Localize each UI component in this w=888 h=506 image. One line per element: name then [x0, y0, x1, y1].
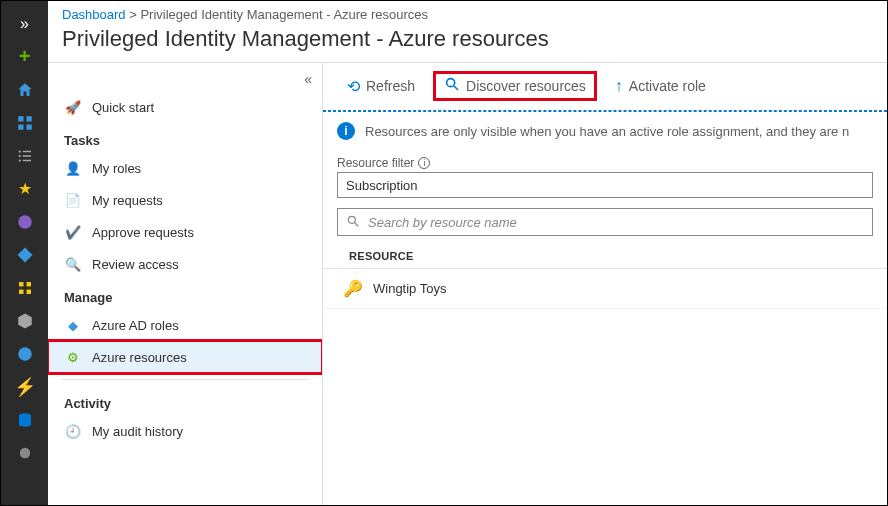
sidebar-item-azure-ad-roles[interactable]: ◆ Azure AD roles — [48, 309, 322, 341]
svg-rect-1 — [26, 116, 31, 121]
button-label: Activate role — [629, 78, 706, 94]
rail-favorites[interactable]: ★ — [1, 172, 48, 205]
toolbar: ⟲ Refresh Discover resources ↑ Activate … — [323, 63, 887, 110]
sidebar-item-label: My audit history — [92, 424, 183, 439]
sidebar-item-label: Approve requests — [92, 225, 194, 240]
button-label: Discover resources — [466, 78, 586, 94]
refresh-icon: ⟲ — [347, 77, 360, 96]
sidebar-section-tasks: Tasks — [48, 123, 322, 152]
svg-rect-9 — [22, 159, 30, 161]
diamond-icon: ◆ — [64, 318, 82, 333]
sidebar-item-azure-resources[interactable]: ⚙ Azure resources — [48, 341, 322, 373]
sidebar-item-review-access[interactable]: 🔍 Review access — [48, 248, 322, 280]
sidebar-item-approve-requests[interactable]: ✔️ Approve requests — [48, 216, 322, 248]
svg-point-15 — [18, 347, 32, 361]
rail-app3[interactable] — [1, 271, 48, 304]
svg-point-18 — [447, 79, 455, 87]
resource-name: Wingtip Toys — [373, 281, 446, 296]
svg-rect-12 — [26, 282, 31, 287]
svg-rect-0 — [18, 116, 23, 121]
svg-point-17 — [19, 447, 30, 458]
resource-row[interactable]: 🔑 Wingtip Toys — [323, 269, 887, 309]
breadcrumb-root-link[interactable]: Dashboard — [62, 7, 126, 22]
history-icon: 🕘 — [64, 424, 82, 439]
rail-dashboard[interactable] — [1, 106, 48, 139]
sidebar-item-label: Review access — [92, 257, 179, 272]
button-label: Refresh — [366, 78, 415, 94]
web-icon — [16, 345, 34, 363]
sidebar-item-my-audit-history[interactable]: 🕘 My audit history — [48, 415, 322, 447]
info-small-icon[interactable]: i — [418, 157, 430, 169]
svg-line-21 — [355, 222, 359, 226]
rail-expand[interactable]: » — [1, 7, 48, 40]
rail-sql[interactable] — [1, 403, 48, 436]
diamond-icon — [16, 246, 34, 264]
chevron-right-icon: » — [20, 15, 29, 33]
discover-resources-button[interactable]: Discover resources — [433, 71, 597, 101]
svg-point-4 — [18, 150, 20, 152]
search-box[interactable] — [337, 208, 873, 236]
dashboard-icon — [16, 114, 34, 132]
sidebar-item-quick-start[interactable]: 🚀 Quick start — [48, 91, 322, 123]
breadcrumb-current: Privileged Identity Management - Azure r… — [140, 7, 428, 22]
svg-rect-3 — [26, 124, 31, 129]
list-icon — [16, 147, 34, 165]
sidebar-item-label: My requests — [92, 193, 163, 208]
svg-rect-7 — [22, 155, 30, 157]
activate-role-button[interactable]: ↑ Activate role — [605, 73, 716, 99]
resource-filter-input[interactable] — [337, 172, 873, 198]
arrow-up-icon: ↑ — [615, 77, 623, 95]
resource-filter-label: Resource filter i — [337, 156, 873, 170]
svg-line-19 — [454, 86, 458, 90]
rail-list[interactable] — [1, 139, 48, 172]
search-icon — [346, 214, 360, 231]
svg-rect-14 — [26, 289, 31, 294]
rocket-icon: 🚀 — [64, 100, 82, 115]
request-icon: 📄 — [64, 193, 82, 208]
breadcrumb-sep: > — [129, 7, 137, 22]
grid-icon — [16, 279, 34, 297]
main-area: Dashboard > Privileged Identity Manageme… — [48, 1, 887, 505]
side-panel: « 🚀 Quick start Tasks 👤 My roles 📄 My re… — [48, 63, 323, 505]
resources-icon: ⚙ — [64, 350, 82, 365]
svg-rect-13 — [19, 289, 24, 294]
approve-icon: ✔️ — [64, 225, 82, 240]
rail-home[interactable] — [1, 73, 48, 106]
column-header-resource[interactable]: RESOURCE — [323, 236, 887, 269]
rail-app2[interactable] — [1, 238, 48, 271]
svg-rect-2 — [18, 124, 23, 129]
info-icon: i — [337, 122, 355, 140]
key-icon: 🔑 — [343, 279, 363, 298]
breadcrumb: Dashboard > Privileged Identity Manageme… — [48, 1, 887, 22]
left-nav-rail: » + ★ ⚡ — [1, 1, 48, 505]
globe-purple-icon — [16, 213, 34, 231]
bolt-icon: ⚡ — [14, 376, 36, 398]
sidebar-item-label: Quick start — [92, 100, 154, 115]
sidebar-section-activity: Activity — [48, 386, 322, 415]
rail-functions[interactable]: ⚡ — [1, 370, 48, 403]
rail-app4[interactable] — [1, 304, 48, 337]
svg-point-8 — [18, 159, 20, 161]
sidebar-item-my-roles[interactable]: 👤 My roles — [48, 152, 322, 184]
info-banner: i Resources are only visible when you ha… — [323, 111, 887, 150]
refresh-button[interactable]: ⟲ Refresh — [337, 73, 425, 100]
collapse-panel-icon[interactable]: « — [304, 71, 312, 87]
rail-create[interactable]: + — [1, 40, 48, 73]
svg-point-6 — [18, 154, 20, 156]
sidebar-item-my-requests[interactable]: 📄 My requests — [48, 184, 322, 216]
rail-app1[interactable] — [1, 205, 48, 238]
search-icon — [444, 76, 460, 96]
rail-cosmos[interactable] — [1, 436, 48, 469]
home-icon — [16, 81, 34, 99]
content-pane: ⟲ Refresh Discover resources ↑ Activate … — [323, 63, 887, 505]
search-input[interactable] — [366, 214, 864, 231]
sidebar-item-label: Azure AD roles — [92, 318, 179, 333]
plus-icon: + — [19, 45, 31, 68]
planet-icon — [16, 444, 34, 462]
sidebar-section-manage: Manage — [48, 280, 322, 309]
sql-icon — [16, 411, 34, 429]
page-title: Privileged Identity Management - Azure r… — [48, 22, 887, 62]
sidebar-item-label: Azure resources — [92, 350, 187, 365]
info-text: Resources are only visible when you have… — [365, 124, 849, 139]
rail-app5[interactable] — [1, 337, 48, 370]
